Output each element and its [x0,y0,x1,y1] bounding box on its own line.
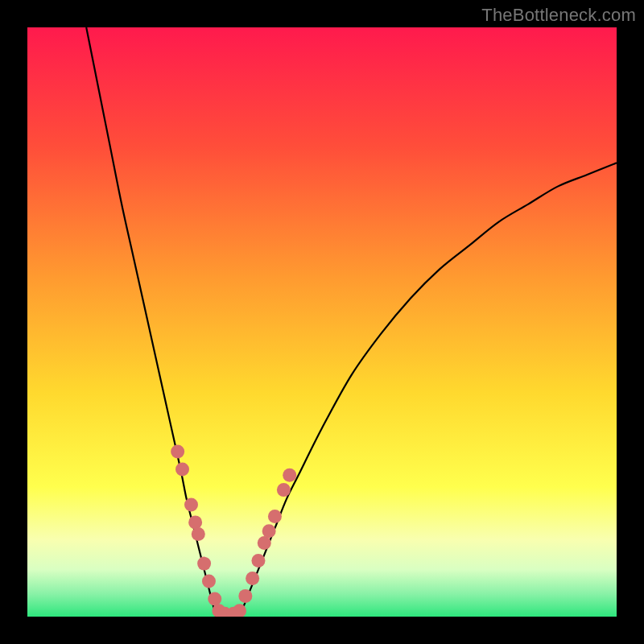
marker-dot [197,557,211,571]
marker-dot [238,589,252,603]
marker-dot [251,554,265,568]
marker-dot [171,445,184,459]
marker-dot [268,510,282,523]
marker-dot [188,515,202,529]
marker-dot [208,592,221,606]
marker-dot [192,527,205,541]
bottleneck-chart [27,27,617,617]
marker-dot [246,572,259,585]
watermark-text: TheBottleneck.com [481,5,636,26]
marker-dot [277,483,291,497]
marker-dot [283,469,296,482]
chart-frame [27,27,617,617]
marker-dot [202,575,216,588]
marker-dot [175,463,189,477]
gradient-background [27,27,617,617]
marker-dot [258,536,271,550]
marker-dot [184,497,198,511]
marker-dot [262,524,276,538]
